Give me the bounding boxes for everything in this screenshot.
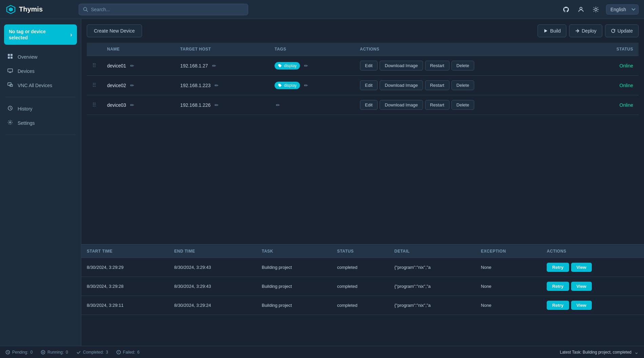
top-header: Thymis	[0, 0, 644, 19]
start-time-cell: 8/30/2024, 3:29:28	[81, 277, 169, 296]
header-right: English Deutsch Français	[561, 4, 639, 15]
sidebar-item-settings[interactable]: Settings	[3, 116, 78, 130]
device-toolbar: Create New Device Build Deploy	[87, 24, 639, 37]
delete-button[interactable]: Delete	[451, 100, 475, 110]
edit-name-button[interactable]: ✏	[129, 62, 136, 70]
sidebar-item-label: Overview	[18, 54, 37, 60]
sidebar-nav: Overview Devices VNC All	[0, 50, 81, 139]
user-icon-btn[interactable]	[576, 5, 586, 14]
deploy-icon	[575, 28, 580, 33]
github-icon-btn[interactable]	[561, 5, 571, 14]
tags-cell: ✏	[269, 95, 355, 115]
edit-tag-button[interactable]: ✏	[275, 101, 281, 109]
edit-name-button[interactable]: ✏	[129, 81, 136, 90]
restart-button[interactable]: Restart	[425, 100, 449, 110]
edit-device-button[interactable]: Edit	[360, 100, 378, 110]
history-actions-cell: Retry View	[541, 258, 644, 277]
deploy-button[interactable]: Deploy	[569, 24, 602, 37]
target-host-cell: 192.168.1.223 ✏	[175, 76, 269, 95]
overview-icon	[7, 54, 14, 60]
col-target-host: TARGET HOST	[175, 43, 269, 56]
end-time-cell: 8/30/2024, 3:29:24	[169, 296, 256, 315]
sidebar-item-vnc[interactable]: VNC All Devices	[3, 79, 78, 92]
toolbar-actions: Build Deploy Update	[538, 24, 639, 37]
update-icon	[611, 28, 616, 33]
edit-host-button[interactable]: ✏	[213, 101, 220, 109]
tag-icon	[278, 83, 282, 87]
edit-tag-button[interactable]: ✏	[303, 81, 309, 90]
edit-device-button[interactable]: Edit	[360, 80, 378, 90]
download-image-button[interactable]: Download Image	[380, 61, 423, 71]
play-icon	[543, 28, 548, 33]
edit-name-button[interactable]: ✏	[129, 101, 136, 109]
view-button[interactable]: View	[571, 301, 592, 310]
retry-button[interactable]: Retry	[547, 301, 569, 310]
search-input[interactable]	[91, 4, 244, 15]
svg-line-11	[594, 7, 595, 8]
status-badge: Online	[620, 102, 633, 108]
col-task: TASK	[256, 245, 331, 258]
sidebar-item-devices[interactable]: Devices	[3, 64, 78, 78]
status-completed: Completed: 3	[76, 350, 108, 355]
retry-button[interactable]: Retry	[547, 263, 569, 272]
restart-button[interactable]: Restart	[425, 61, 449, 71]
check-icon	[76, 350, 81, 355]
svg-line-4	[86, 10, 88, 12]
retry-button[interactable]: Retry	[547, 282, 569, 291]
expand-status-button[interactable]: ⌄	[634, 349, 639, 355]
vnc-icon	[7, 82, 14, 89]
tag-selector-text: No tag or device selected	[9, 28, 46, 41]
drag-handle-icon[interactable]: ⠿	[92, 63, 96, 68]
sidebar-item-label: History	[18, 106, 33, 112]
play-circle-icon	[41, 350, 45, 355]
edit-host-button[interactable]: ✏	[213, 81, 220, 90]
col-detail: DETAIL	[389, 245, 475, 258]
logo-area: Thymis	[5, 4, 73, 15]
view-button[interactable]: View	[571, 263, 592, 272]
sidebar-item-overview[interactable]: Overview	[3, 50, 78, 64]
chevron-right-icon: ›	[70, 31, 72, 38]
view-button[interactable]: View	[571, 282, 592, 291]
build-button[interactable]: Build	[538, 24, 566, 37]
download-image-button[interactable]: Download Image	[380, 80, 423, 90]
svg-point-34	[118, 353, 119, 353]
restart-button[interactable]: Restart	[425, 80, 449, 90]
tag-badge: display	[275, 82, 300, 89]
tags-cell: display ✏	[269, 76, 355, 95]
history-actions-cell: Retry View	[541, 296, 644, 315]
drag-handle-icon[interactable]: ⠿	[92, 102, 96, 108]
download-image-button[interactable]: Download Image	[380, 100, 423, 110]
clock-icon	[5, 350, 10, 355]
detail-cell: {"program":"nix","a	[389, 258, 475, 277]
drag-handle-icon[interactable]: ⠿	[92, 82, 96, 88]
alert-icon	[116, 350, 121, 355]
edit-host-button[interactable]: ✏	[211, 62, 218, 70]
actions-cell: Edit Download Image Restart Delete	[355, 76, 587, 95]
sidebar-divider-2	[5, 135, 76, 135]
svg-point-6	[595, 8, 597, 11]
end-time-cell: 8/30/2024, 3:29:43	[169, 277, 256, 296]
language-select[interactable]: English Deutsch Français	[606, 4, 639, 15]
col-actions: ACTIONS	[541, 245, 644, 258]
device-row: ⠿ device02 ✏ 192.168.1.223 ✏	[87, 76, 639, 95]
history-table-header-row: START TIME END TIME TASK STATUS DETAIL E…	[81, 245, 644, 258]
delete-button[interactable]: Delete	[451, 80, 475, 90]
tag-selector[interactable]: No tag or device selected ›	[4, 24, 77, 45]
status-cell: Online	[587, 76, 639, 95]
exception-cell: None	[476, 296, 542, 315]
edit-device-button[interactable]: Edit	[360, 61, 378, 71]
target-host-cell: 192.168.1.226 ✏	[175, 95, 269, 115]
delete-button[interactable]: Delete	[451, 61, 475, 71]
col-actions: ACTIONS	[355, 43, 587, 56]
edit-tag-button[interactable]: ✏	[303, 62, 309, 70]
sidebar-item-history[interactable]: History	[3, 102, 78, 116]
update-button[interactable]: Update	[605, 24, 639, 37]
create-new-device-button[interactable]: Create New Device	[87, 24, 142, 37]
app-name: Thymis	[19, 5, 43, 13]
sidebar: No tag or device selected › Overview	[0, 19, 81, 346]
theme-icon-btn[interactable]	[591, 5, 601, 14]
svg-point-5	[580, 7, 582, 9]
svg-marker-31	[43, 351, 44, 353]
device-row: ⠿ device03 ✏ 192.168.1.226 ✏	[87, 95, 639, 115]
col-exception: EXCEPTION	[476, 245, 542, 258]
